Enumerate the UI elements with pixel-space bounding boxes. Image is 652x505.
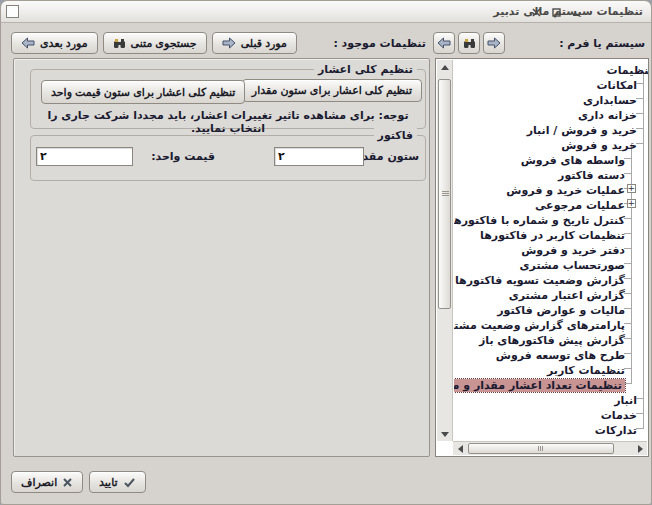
tree-item[interactable]: گزارش پیش فاکتورهای باز	[454, 331, 649, 346]
available-settings-label: تنظیمات موجود :	[333, 37, 426, 50]
tree-item[interactable]: دفتر خرید و فروش	[454, 241, 649, 256]
tree-nav-buttons	[433, 32, 505, 54]
scroll-up-button[interactable]	[437, 60, 452, 74]
tree-item[interactable]: +عملیات خرید و فروش	[454, 181, 649, 196]
arrow-left-icon	[21, 37, 35, 49]
window-title: تنظیمات سیستم مالی تدبیر	[493, 5, 643, 18]
tree-item[interactable]: انبار	[454, 391, 649, 406]
confirm-button[interactable]: تایید	[89, 471, 146, 493]
tree-item[interactable]: واسطه های فروش	[454, 151, 649, 166]
thumb-grip	[442, 191, 449, 192]
thumb-grip	[538, 446, 539, 451]
settings-dialog: تنظیمات سیستم مالی تدبیر مورد بعدی جستجو…	[0, 0, 652, 505]
system-or-form-label: سیستم یا فرم :	[559, 37, 645, 50]
tree-item[interactable]: حسابداری	[454, 91, 649, 106]
tree-item[interactable]: خدمات	[454, 406, 649, 421]
tree-item-root[interactable]: تنظیمات	[454, 61, 649, 76]
system-tree: تنظیمات امکانات حسابداری خزانه داری خرید…	[435, 58, 649, 457]
decimal-change-note: توجه: برای مشاهده تاثیر تغییرات اعشار، ب…	[31, 109, 425, 135]
set-decimal-unit-price-column-button[interactable]: تنظیم کلی اعشار برای ستون قیمت واحد	[41, 80, 245, 104]
tree-item-selected[interactable]: تنظیمات تعداد اعشار مقدار و مبلغ	[454, 376, 649, 391]
tree-item[interactable]: تدارکات	[454, 421, 649, 436]
tree-item[interactable]: خرید و فروش	[454, 136, 649, 151]
binoculars-icon	[113, 38, 126, 49]
triangle-left-icon	[458, 445, 463, 453]
title-bar[interactable]: تنظیمات سیستم مالی تدبیر	[1, 1, 651, 23]
previous-item-label: مورد قبلی	[241, 37, 287, 50]
tree-item[interactable]: گزارش اعتبار مشتری	[454, 286, 649, 301]
toolbar: مورد بعدی جستجوی متنی مورد قبلی	[11, 32, 297, 54]
previous-item-button[interactable]: مورد قبلی	[212, 32, 297, 54]
expand-plus-icon[interactable]: +	[627, 199, 636, 208]
scroll-left-button[interactable]	[453, 442, 467, 455]
tree-item[interactable]: دسته فاکتور	[454, 166, 649, 181]
tree-item[interactable]: کنترل تاریخ و شماره با فاکتورهای قبلی	[454, 211, 649, 226]
window-icon	[6, 5, 19, 18]
unit-price-label: قیمت واحد:	[151, 150, 215, 163]
invoice-group: فاکتور ستون مقدار: قیمت واحد:	[30, 135, 426, 181]
tree-search-button[interactable]	[458, 32, 480, 54]
invoice-group-title: فاکتور	[374, 128, 417, 143]
tree-item[interactable]: صورتحساب مشتری	[454, 256, 649, 271]
cancel-button[interactable]: انصراف	[11, 471, 83, 493]
unit-price-decimals-input[interactable]	[36, 147, 133, 166]
tree-item[interactable]: خرید و فروش / انبار	[454, 121, 649, 136]
tree-horizontal-scrollbar[interactable]	[453, 441, 647, 455]
set-decimal-unit-price-label: تنظیم کلی اعشار برای ستون قیمت واحد	[51, 86, 235, 99]
binoculars-icon	[463, 38, 476, 49]
next-item-label: مورد بعدی	[40, 37, 88, 50]
expand-plus-icon[interactable]: +	[627, 184, 636, 193]
confirm-label: تایید	[99, 476, 118, 489]
cancel-x-icon	[62, 477, 73, 488]
tree-item[interactable]: گزارش وضعیت تسویه فاکتورها	[454, 271, 649, 286]
tree-item[interactable]: خزانه داری	[454, 106, 649, 121]
qty-decimals-input[interactable]	[274, 147, 364, 166]
tree-item[interactable]: امکانات	[454, 76, 649, 91]
arrow-right-icon	[487, 37, 501, 49]
tree-item[interactable]: تنظیمات کاربر در فاکتورها	[454, 226, 649, 241]
arrow-left-icon	[437, 37, 451, 49]
tree-item[interactable]: تنظیمات کاربر	[454, 361, 649, 376]
triangle-down-icon	[441, 432, 449, 437]
set-decimal-qty-column-button[interactable]: تنظیم کلی اعشار برای ستون مقدار	[242, 79, 422, 102]
tree-item[interactable]: مالیات و عوارض فاکتور	[454, 301, 649, 316]
triangle-up-icon	[441, 65, 449, 70]
tree-rows: تنظیمات امکانات حسابداری خزانه داری خرید…	[454, 61, 649, 440]
decimal-settings-group: تنظیم کلی اعشار تنظیم کلی اعشار برای ستو…	[30, 69, 426, 129]
decimal-group-title: تنظیم کلی اعشار	[314, 62, 417, 77]
nav-left-button[interactable]	[433, 32, 455, 54]
triangle-right-icon	[638, 445, 643, 453]
tree-item[interactable]: پارامترهای گزارش وضعیت مشتری	[454, 316, 649, 331]
checkmark-icon	[123, 477, 136, 488]
tree-vertical-scrollbar[interactable]	[437, 60, 453, 441]
text-search-button[interactable]: جستجوی متنی	[103, 32, 207, 54]
set-decimal-qty-label: تنظیم کلی اعشار برای ستون مقدار	[252, 84, 412, 97]
settings-panel: تنظیم کلی اعشار تنظیم کلی اعشار برای ستو…	[13, 58, 430, 457]
scroll-down-button[interactable]	[437, 427, 452, 441]
vertical-scroll-thumb[interactable]	[438, 79, 451, 309]
cancel-label: انصراف	[21, 476, 57, 489]
tree-item[interactable]: +عملیات مرجوعی	[454, 196, 649, 211]
tree-item[interactable]: طرح های توسعه فروش	[454, 346, 649, 361]
arrow-right-icon	[222, 37, 236, 49]
scroll-right-button[interactable]	[633, 442, 647, 455]
nav-right-button[interactable]	[483, 32, 505, 54]
next-item-button[interactable]: مورد بعدی	[11, 32, 98, 54]
horizontal-scroll-thumb[interactable]	[468, 443, 614, 454]
text-search-label: جستجوی متنی	[131, 37, 197, 50]
